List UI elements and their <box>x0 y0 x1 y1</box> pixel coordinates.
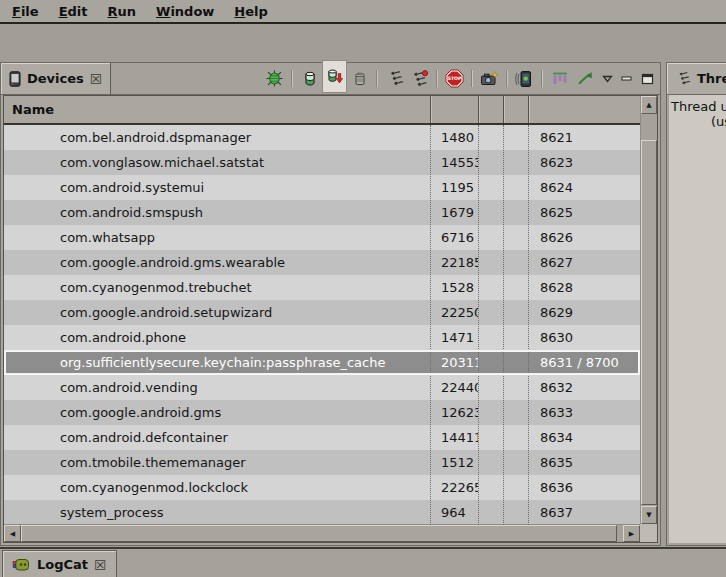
table-row[interactable]: com.cyanogenmod.trebuchet15288628 <box>4 275 640 300</box>
column-header-name[interactable]: Name <box>12 96 54 123</box>
devices-tab-row: Devices ☒ <box>1 63 660 95</box>
tab-threads[interactable]: Threads <box>667 63 726 94</box>
devices-toolbar: STOP <box>262 64 660 93</box>
toolbar-separator <box>436 70 438 87</box>
table-row-selected[interactable]: org.sufficientlysecure.keychain:passphra… <box>4 350 640 375</box>
device-android-icon <box>515 70 534 88</box>
minimize-icon <box>621 74 633 84</box>
logcat-icon <box>12 557 31 573</box>
table-row[interactable]: com.google.android.gms126238633 <box>4 400 640 425</box>
menu-edit[interactable]: Edit <box>49 2 98 21</box>
table-row[interactable]: com.android.systemui11958624 <box>4 175 640 200</box>
process-pid: 14411 <box>430 425 478 450</box>
process-pid: 1528 <box>430 275 478 300</box>
menu-file[interactable]: File <box>2 2 49 21</box>
stop-process-button[interactable]: STOP <box>442 66 467 91</box>
opengl-trace-button[interactable] <box>572 66 597 91</box>
update-heap-button[interactable] <box>297 66 322 91</box>
horizontal-scroll-thumb[interactable] <box>21 525 617 542</box>
systrace-button[interactable] <box>547 66 572 91</box>
column-separator <box>478 125 479 525</box>
process-pid: 1471 <box>430 325 478 350</box>
cause-gc-button[interactable] <box>347 66 372 91</box>
process-name: com.google.android.gms.wearable <box>4 250 430 275</box>
process-pid: 22440 <box>430 375 478 400</box>
minimize-button[interactable] <box>617 69 637 89</box>
toolbar-separator <box>471 70 473 87</box>
dump-hprof-button[interactable] <box>322 60 347 93</box>
horizontal-scrollbar[interactable]: ◀ ▶ <box>4 524 640 542</box>
threads-tab-label: Threads <box>697 71 726 86</box>
table-row[interactable]: com.android.defcontainer144118634 <box>4 425 640 450</box>
toolbar-separator <box>506 70 508 87</box>
process-port: 8623 <box>528 150 640 175</box>
threads-message-line2: (use toolbar button to enable) <box>669 114 726 129</box>
debug-process-button[interactable] <box>262 66 287 91</box>
process-port: 8637 <box>528 500 640 525</box>
process-port: 8630 <box>528 325 640 350</box>
device-screen-button[interactable] <box>512 66 537 91</box>
menu-window[interactable]: Window <box>146 2 224 21</box>
process-name: com.android.phone <box>4 325 430 350</box>
systrace-bars-icon <box>551 70 569 87</box>
process-pid: 14553 <box>430 150 478 175</box>
process-name: com.vonglasow.michael.satstat <box>4 150 430 175</box>
process-port: 8632 <box>528 375 640 400</box>
process-port: 8624 <box>528 175 640 200</box>
vertical-scroll-thumb[interactable] <box>641 140 657 505</box>
menu-run[interactable]: Run <box>98 2 147 21</box>
process-name: system_process <box>4 500 430 525</box>
process-pid: 12623 <box>430 400 478 425</box>
process-name: com.whatsapp <box>4 225 430 250</box>
opengl-trace-arrow-icon <box>576 70 594 87</box>
scroll-left-button[interactable]: ◀ <box>4 525 21 542</box>
process-pid: 1195 <box>430 175 478 200</box>
start-method-profiling-button[interactable] <box>407 66 432 91</box>
table-row[interactable]: com.google.android.setupwizard222508629 <box>4 300 640 325</box>
process-pid: 1480 <box>430 125 478 150</box>
process-port: 8636 <box>528 475 640 500</box>
process-port: 8629 <box>528 300 640 325</box>
vertical-scrollbar[interactable]: ▲ ▼ <box>640 96 657 524</box>
table-row[interactable]: system_process9648637 <box>4 500 640 525</box>
process-port: 8634 <box>528 425 640 450</box>
process-name: com.android.smspush <box>4 200 430 225</box>
tab-devices[interactable]: Devices ☒ <box>1 63 111 94</box>
maximize-icon <box>641 73 654 85</box>
toolbar-separator <box>541 70 543 87</box>
tab-logcat[interactable]: LogCat ☒ <box>2 550 117 577</box>
table-row[interactable]: com.android.smspush16798625 <box>4 200 640 225</box>
close-icon[interactable]: ☒ <box>94 558 107 572</box>
table-row[interactable]: com.vonglasow.michael.satstat145538623 <box>4 150 640 175</box>
screen-capture-button[interactable] <box>477 66 502 91</box>
close-icon[interactable]: ☒ <box>90 72 103 86</box>
update-threads-button[interactable] <box>382 66 407 91</box>
scroll-down-button[interactable]: ▼ <box>641 506 657 524</box>
process-name: com.android.systemui <box>4 175 430 200</box>
table-row[interactable]: com.android.vending224408632 <box>4 375 640 400</box>
column-divider[interactable] <box>528 96 529 123</box>
table-row[interactable]: com.bel.android.dspmanager14808621 <box>4 125 640 150</box>
table-row[interactable]: com.google.android.gms.wearable221858627 <box>4 250 640 275</box>
table-row[interactable]: com.whatsapp67168626 <box>4 225 640 250</box>
process-pid: 22265 <box>430 475 478 500</box>
camera-icon <box>480 70 499 88</box>
scroll-up-button[interactable]: ▲ <box>641 96 657 114</box>
logcat-bar: LogCat ☒ <box>0 547 726 577</box>
table-row[interactable]: com.cyanogenmod.lockclock222658636 <box>4 475 640 500</box>
menu-help[interactable]: Help <box>224 2 277 21</box>
table-rows: com.bel.android.dspmanager14808621 com.v… <box>4 125 640 525</box>
threads-message-line1: Thread updates not enabled for selected … <box>669 99 726 114</box>
scroll-right-button[interactable]: ▶ <box>623 525 640 542</box>
view-menu-button[interactable] <box>597 69 617 89</box>
table-row[interactable]: com.tmobile.thememanager15128635 <box>4 450 640 475</box>
column-divider[interactable] <box>478 96 479 123</box>
column-divider[interactable] <box>503 96 504 123</box>
bug-icon <box>266 70 283 87</box>
process-pid: 22250 <box>430 300 478 325</box>
maximize-button[interactable] <box>637 69 657 89</box>
column-separator <box>503 125 504 525</box>
process-name: com.bel.android.dspmanager <box>4 125 430 150</box>
column-divider[interactable] <box>430 96 431 123</box>
table-row[interactable]: com.android.phone14718630 <box>4 325 640 350</box>
